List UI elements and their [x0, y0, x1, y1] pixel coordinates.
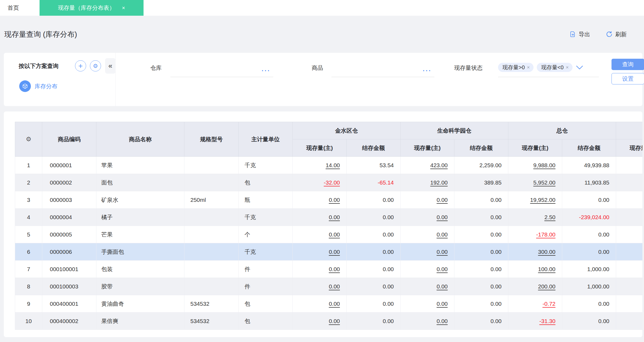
settings-button[interactable]: 设置: [612, 73, 644, 84]
cell-product-code: 0000004: [42, 209, 96, 226]
plan-settings-gear-icon[interactable]: ⚙: [90, 60, 101, 71]
balance-amount-value: 0.00: [598, 231, 609, 238]
stock-qty-link[interactable]: 14.00: [326, 162, 340, 168]
cell-unit: 件: [239, 278, 293, 295]
balance-amount-value: 0.00: [383, 214, 394, 220]
table-row[interactable]: 8000100003胶带件0.000.000.000.00200.001,000…: [15, 278, 643, 295]
stock-qty-link[interactable]: 0.00: [437, 214, 448, 220]
export-label: 导出: [579, 31, 590, 38]
balance-amount-value: -239,024.00: [579, 214, 609, 220]
status-tag-negative[interactable]: 现存量<0 ×: [537, 63, 572, 72]
table-row[interactable]: 10000001苹果千克14.0053.54423.002,259.009,98…: [15, 157, 643, 174]
stock-qty-link[interactable]: 0.00: [329, 249, 340, 255]
export-button[interactable]: 导出: [569, 31, 590, 38]
cell-unit: 瓶: [239, 191, 293, 209]
balance-amount-value: 0.00: [383, 301, 394, 307]
cell-balance-amount: 0.00: [562, 243, 616, 261]
cell-row-index: 4: [15, 209, 42, 226]
table-row[interactable]: 20000002面包包-32.00-65.14192.00389.855,952…: [15, 174, 643, 191]
tag-remove-icon[interactable]: ×: [566, 65, 569, 70]
group-header-life-science: 生命科学园仓: [401, 122, 508, 139]
stock-status-input[interactable]: 现存量>0 × 现存量<0 ×: [498, 63, 599, 77]
balance-amount-value: 0.00: [490, 231, 502, 238]
stock-qty-link[interactable]: -31.30: [539, 318, 555, 324]
stock-qty-link[interactable]: 2.50: [544, 214, 555, 220]
stock-qty-link[interactable]: 0.00: [329, 301, 340, 307]
status-tag-positive[interactable]: 现存量>0 ×: [498, 63, 534, 72]
plan-item-inventory-distribution[interactable]: 库存分布: [19, 80, 57, 92]
cell-row-index: 7: [15, 261, 42, 278]
tab-close-icon[interactable]: ×: [122, 5, 125, 11]
cell-unit: 千克: [239, 209, 293, 226]
stock-qty-link[interactable]: 300.00: [538, 249, 555, 255]
stock-qty-link[interactable]: 100.00: [538, 266, 555, 272]
balance-amount-value: 0.00: [383, 266, 394, 272]
product-input[interactable]: ···: [331, 64, 434, 77]
stock-qty-link[interactable]: 0.00: [329, 266, 340, 272]
stock-qty-link[interactable]: -32.00: [324, 179, 340, 186]
cell-stock-qty: 100.00: [508, 261, 562, 278]
tab-home[interactable]: 首页: [0, 0, 27, 16]
refresh-icon: [606, 31, 613, 38]
stock-qty-link[interactable]: -0.72: [542, 301, 555, 307]
query-button[interactable]: 查询: [612, 59, 644, 70]
table-row[interactable]: 50000005芒果个0.000.000.000.00-178.000.00: [15, 226, 643, 243]
stock-qty-link[interactable]: 0.00: [329, 214, 340, 220]
stock-qty-link[interactable]: 5,952.00: [533, 179, 555, 186]
table-row[interactable]: 60000006手撕面包千克0.000.000.000.00300.000.00: [15, 243, 643, 261]
product-picker-ellipsis-icon[interactable]: ···: [423, 67, 432, 74]
stock-qty-link[interactable]: -178.00: [536, 231, 555, 238]
refresh-button[interactable]: 刷新: [606, 31, 627, 38]
cell-stock-qty: 14.00: [293, 157, 347, 174]
tag-remove-icon[interactable]: ×: [527, 65, 530, 70]
chevron-down-icon[interactable]: [576, 65, 583, 71]
stock-qty-link[interactable]: 0.00: [437, 266, 448, 272]
stock-qty-link[interactable]: 200.00: [538, 283, 555, 290]
cell-stock-qty: 0.00: [401, 243, 454, 261]
cell-stock-qty: 0.00: [293, 191, 347, 209]
table-row[interactable]: 30000003矿泉水250ml瓶0.000.000.000.0019,952.…: [15, 191, 643, 209]
cell-stock-qty: 0.00: [401, 209, 454, 226]
cell-balance-amount: 0.00: [347, 243, 401, 261]
cell-product-code: 000400001: [42, 295, 96, 313]
cell-unit: 包: [239, 295, 293, 313]
cell-spec: 534532: [184, 313, 239, 330]
table-row[interactable]: 7000100001包装件0.000.000.000.00100.001,000…: [15, 261, 643, 278]
column-settings-gear-icon[interactable]: ⚙: [15, 122, 42, 157]
cell-row-index: 5: [15, 226, 42, 243]
stock-qty-link[interactable]: 0.00: [437, 231, 448, 238]
stock-qty-link[interactable]: 423.00: [430, 162, 448, 168]
table-row[interactable]: 40000004橘子千克0.000.000.000.002.50-239,024…: [15, 209, 643, 226]
cell-stock-qty-partial: [616, 261, 643, 278]
stock-qty-link[interactable]: 0.00: [329, 318, 340, 324]
stock-qty-link[interactable]: 0.00: [329, 197, 340, 203]
warehouse-picker-ellipsis-icon[interactable]: ···: [262, 67, 271, 74]
table-row[interactable]: 10000400002果倍爽534532包0.000.000.000.00-31…: [15, 313, 643, 330]
add-plan-button[interactable]: +: [75, 60, 86, 71]
warehouse-input[interactable]: ···: [170, 64, 273, 77]
cell-product-code: 0000006: [42, 243, 96, 261]
cell-spec: [184, 261, 239, 278]
cell-stock-qty: 19,952.00: [508, 191, 562, 209]
cell-product-name: 包装: [96, 261, 184, 278]
stock-qty-link[interactable]: 9,988.00: [533, 162, 555, 168]
stock-qty-link[interactable]: 19,952.00: [530, 197, 555, 203]
product-label: 商品: [312, 64, 323, 72]
cell-stock-qty-partial: [616, 191, 643, 209]
stock-qty-link[interactable]: 0.00: [329, 231, 340, 238]
stock-qty-link[interactable]: 0.00: [437, 197, 448, 203]
collapse-panel-icon[interactable]: «: [105, 58, 116, 74]
stock-qty-link[interactable]: 0.00: [437, 318, 448, 324]
cell-stock-qty-partial: [616, 295, 643, 313]
cell-spec: [184, 157, 239, 174]
stock-qty-link[interactable]: 0.00: [437, 249, 448, 255]
balance-amount-value: 0.00: [490, 301, 502, 307]
stock-qty-link[interactable]: 0.00: [437, 283, 448, 290]
stock-qty-link[interactable]: 0.00: [437, 301, 448, 307]
cell-balance-amount: 0.00: [347, 261, 401, 278]
tab-inventory-distribution[interactable]: 现存量（库存分布表） ×: [40, 0, 144, 16]
cell-balance-amount: 2,259.00: [454, 157, 508, 174]
stock-qty-link[interactable]: 192.00: [430, 179, 448, 186]
stock-qty-link[interactable]: 0.00: [329, 283, 340, 290]
table-row[interactable]: 9000400001黄油曲奇534532包0.000.000.000.00-0.…: [15, 295, 643, 313]
